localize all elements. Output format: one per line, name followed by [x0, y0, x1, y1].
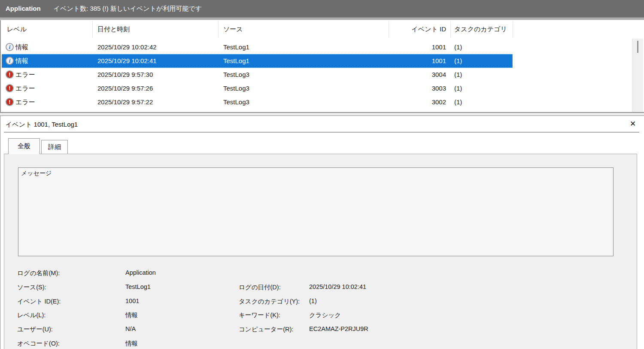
- column-divider[interactable]: [389, 21, 389, 38]
- detail-title-divider: [4, 132, 639, 133]
- property-value: 1001: [125, 297, 139, 304]
- cell-datetime: 2025/10/29 10:02:41: [97, 57, 157, 64]
- property-value: TestLog1: [125, 283, 151, 290]
- column-divider[interactable]: [218, 21, 219, 38]
- general-tab-content: メッセージ ログの名前(M):Applicationソース(S):TestLog…: [4, 154, 637, 349]
- cell-source: TestLog3: [223, 71, 249, 78]
- property-label: イベント ID(E):: [17, 297, 61, 306]
- cell-level: エラー: [15, 85, 35, 93]
- property-label: ログの日付(D):: [239, 283, 281, 291]
- event-row[interactable]: !エラー2025/10/29 9:57:26TestLog33003(1): [1, 82, 644, 95]
- property-value: (1): [309, 297, 317, 304]
- log-name: Application: [6, 5, 41, 12]
- property-row: イベント ID(E):1001タスクのカテゴリ(Y):(1): [4, 297, 635, 306]
- event-list: レベル 日付と時刻 ソース イベント ID タスクのカテゴリ i情報2025/1…: [0, 20, 644, 112]
- column-divider[interactable]: [92, 21, 93, 38]
- error-icon: !: [6, 70, 14, 79]
- property-row: オペコード(O):情報: [4, 340, 635, 348]
- property-value: 情報: [125, 311, 138, 319]
- cell-source: TestLog3: [223, 85, 249, 92]
- property-row: レベル(L):情報キーワード(K):クラシック: [4, 311, 635, 320]
- property-label: タスクのカテゴリ(Y):: [239, 297, 300, 306]
- event-viewer-window: Applicationイベント数: 385 (!) 新しいイベントが利用可能です…: [0, 0, 644, 349]
- property-label: ソース(S):: [17, 283, 46, 291]
- cell-source: TestLog3: [223, 98, 249, 106]
- cell-datetime: 2025/10/29 10:02:42: [97, 43, 157, 51]
- event-list-header: レベル 日付と時刻 ソース イベント ID タスクのカテゴリ: [1, 20, 644, 39]
- error-icon: !: [6, 98, 14, 106]
- cell-source: TestLog1: [223, 43, 249, 51]
- cell-eventid: 1001: [389, 57, 446, 64]
- cell-datetime: 2025/10/29 9:57:22: [97, 98, 153, 106]
- info-icon: i: [6, 57, 14, 65]
- property-value: 情報: [125, 340, 138, 348]
- property-row: ログの名前(M):Application: [4, 269, 635, 278]
- cell-eventid: 3004: [389, 71, 446, 78]
- error-icon: !: [6, 84, 14, 92]
- cell-category: (1): [454, 57, 462, 64]
- cell-category: (1): [454, 85, 462, 92]
- column-divider[interactable]: [450, 21, 451, 38]
- property-value: N/A: [125, 325, 136, 332]
- new-events-status: イベント数: 385 (!) 新しいイベントが利用可能です: [54, 5, 202, 12]
- message-box[interactable]: メッセージ: [18, 167, 614, 256]
- property-label: キーワード(K):: [239, 311, 280, 319]
- event-row[interactable]: !エラー2025/10/29 9:57:30TestLog33004(1): [1, 68, 644, 82]
- column-divider[interactable]: [513, 21, 513, 38]
- property-row: ソース(S):TestLog1ログの日付(D):2025/10/29 10:02…: [4, 283, 635, 292]
- pane-divider[interactable]: [0, 112, 644, 116]
- event-row[interactable]: !エラー2025/10/29 9:57:22TestLog33002(1): [1, 95, 644, 109]
- tab-general[interactable]: 全般: [8, 138, 40, 154]
- property-value: 2025/10/29 10:02:41: [309, 283, 366, 290]
- close-icon[interactable]: ✕: [627, 119, 638, 130]
- event-detail-pane: イベント 1001, TestLog1 ✕ 全般 詳細 メッセージ ログの名前(…: [0, 116, 644, 349]
- cell-level: エラー: [15, 71, 35, 79]
- column-header-source[interactable]: ソース: [223, 25, 243, 33]
- topbar-divider: [0, 17, 644, 20]
- property-value: Application: [125, 269, 156, 276]
- column-header-eventid[interactable]: イベント ID: [389, 25, 446, 33]
- property-label: レベル(L):: [17, 311, 46, 319]
- cell-level: 情報: [15, 57, 28, 65]
- property-label: ユーザー(U):: [17, 325, 53, 334]
- cell-source: TestLog1: [223, 57, 249, 64]
- property-label: オペコード(O):: [17, 340, 60, 348]
- detail-pane-title: イベント 1001, TestLog1: [6, 121, 78, 129]
- tab-details[interactable]: 詳細: [41, 140, 68, 154]
- property-label: ログの名前(M):: [17, 269, 60, 277]
- cell-level: 情報: [15, 43, 28, 52]
- scrollbar-thumb[interactable]: [637, 41, 638, 53]
- cell-eventid: 1001: [389, 43, 446, 51]
- cell-level: エラー: [15, 98, 35, 106]
- cell-category: (1): [454, 71, 462, 78]
- property-value: クラシック: [309, 311, 341, 319]
- column-header-category[interactable]: タスクのカテゴリ: [454, 25, 507, 33]
- info-icon: i: [6, 43, 14, 51]
- column-header-datetime[interactable]: 日付と時刻: [97, 25, 130, 33]
- cell-datetime: 2025/10/29 9:57:30: [97, 71, 153, 78]
- cell-eventid: 3002: [389, 98, 446, 106]
- cell-category: (1): [454, 98, 462, 106]
- cell-datetime: 2025/10/29 9:57:26: [97, 85, 153, 92]
- property-row: ユーザー(U):N/Aコンピューター(R):EC2AMAZ-P2RJU9R: [4, 325, 635, 334]
- message-label: メッセージ: [21, 170, 52, 176]
- cell-eventid: 3003: [389, 85, 446, 92]
- property-label: コンピューター(R):: [239, 325, 293, 334]
- column-header-level[interactable]: レベル: [7, 25, 27, 33]
- property-value: EC2AMAZ-P2RJU9R: [309, 325, 368, 332]
- event-row[interactable]: i情報2025/10/29 10:02:41TestLog11001(1): [1, 54, 644, 68]
- event-row[interactable]: i情報2025/10/29 10:02:42TestLog11001(1): [1, 40, 644, 54]
- list-scrollbar[interactable]: [632, 39, 643, 112]
- log-header-bar: Applicationイベント数: 385 (!) 新しいイベントが利用可能です: [0, 0, 644, 17]
- cell-category: (1): [454, 43, 462, 51]
